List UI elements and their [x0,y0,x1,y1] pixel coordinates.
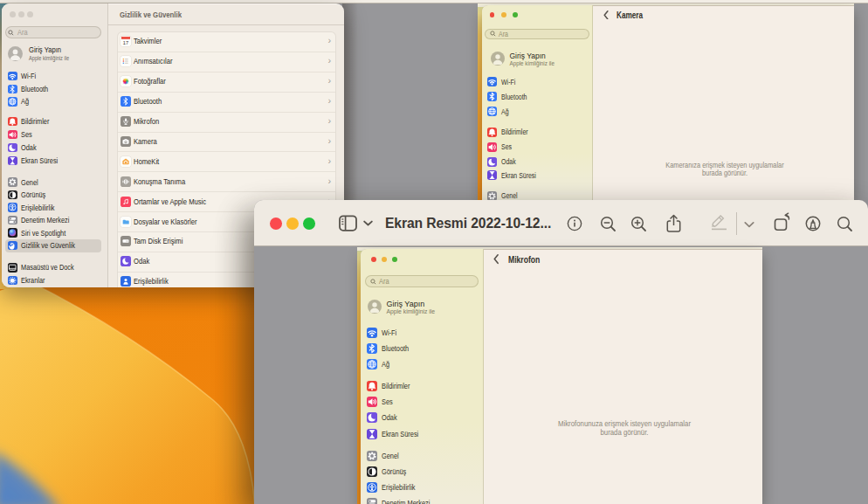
svg-text:17: 17 [123,40,128,45]
